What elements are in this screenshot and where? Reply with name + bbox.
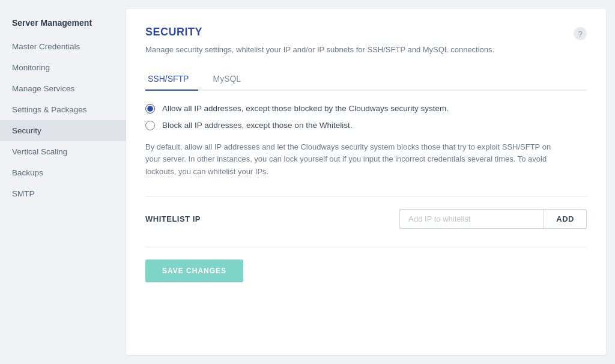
radio-block-all-label: Block all IP addresses, except those on … (162, 121, 352, 130)
page-title: SECURITY (145, 26, 202, 38)
sidebar-item-label: Settings & Packages (12, 105, 87, 114)
sidebar-item-backups[interactable]: Backups (0, 162, 126, 183)
help-icon[interactable]: ? (574, 27, 587, 40)
radio-allow-all-input[interactable] (145, 104, 155, 114)
sidebar-item-label: SMTP (12, 189, 35, 198)
sidebar: Server Management Master Credentials Mon… (0, 0, 126, 364)
sidebar-item-master-credentials[interactable]: Master Credentials (0, 36, 126, 57)
whitelist-section: WHITELIST IP ADD (145, 196, 587, 229)
page-header: SECURITY ? (145, 26, 587, 40)
tab-bar: SSH/SFTP MySQL (145, 69, 587, 91)
sidebar-item-monitoring[interactable]: Monitoring (0, 57, 126, 78)
whitelist-ip-input[interactable] (399, 209, 544, 229)
sidebar-item-smtp[interactable]: SMTP (0, 183, 126, 204)
sidebar-item-label: Security (12, 126, 41, 135)
whitelist-title: WHITELIST IP (145, 214, 201, 223)
radio-block-all[interactable]: Block all IP addresses, except those on … (145, 121, 587, 130)
info-text: By default, allow all IP addresses and l… (145, 141, 554, 178)
main-panel: SECURITY ? Manage security settings, whi… (126, 9, 606, 355)
whitelist-input-group: ADD (399, 209, 587, 229)
radio-allow-all-label: Allow all IP addresses, except those blo… (162, 104, 449, 113)
sidebar-title: Server Management (0, 12, 126, 36)
sidebar-item-label: Vertical Scaling (12, 147, 67, 156)
save-changes-button[interactable]: SAVE CHANGES (145, 259, 243, 282)
page-description: Manage security settings, whitelist your… (145, 44, 518, 56)
tab-ssh-sftp[interactable]: SSH/SFTP (145, 69, 198, 91)
save-section: SAVE CHANGES (145, 247, 587, 282)
sidebar-item-label: Master Credentials (12, 42, 80, 51)
whitelist-header: WHITELIST IP ADD (145, 209, 587, 229)
radio-block-all-input[interactable] (145, 121, 155, 130)
sidebar-item-settings-packages[interactable]: Settings & Packages (0, 99, 126, 120)
sidebar-item-label: Manage Services (12, 84, 74, 93)
add-ip-button[interactable]: ADD (544, 209, 587, 229)
sidebar-item-label: Monitoring (12, 63, 50, 72)
ip-policy-radio-group: Allow all IP addresses, except those blo… (145, 104, 587, 130)
sidebar-item-manage-services[interactable]: Manage Services (0, 78, 126, 99)
tab-mysql[interactable]: MySQL (210, 69, 250, 91)
sidebar-item-vertical-scaling[interactable]: Vertical Scaling (0, 141, 126, 162)
radio-allow-all[interactable]: Allow all IP addresses, except those blo… (145, 104, 587, 114)
sidebar-item-label: Backups (12, 168, 43, 177)
sidebar-item-security[interactable]: Security (0, 120, 126, 141)
